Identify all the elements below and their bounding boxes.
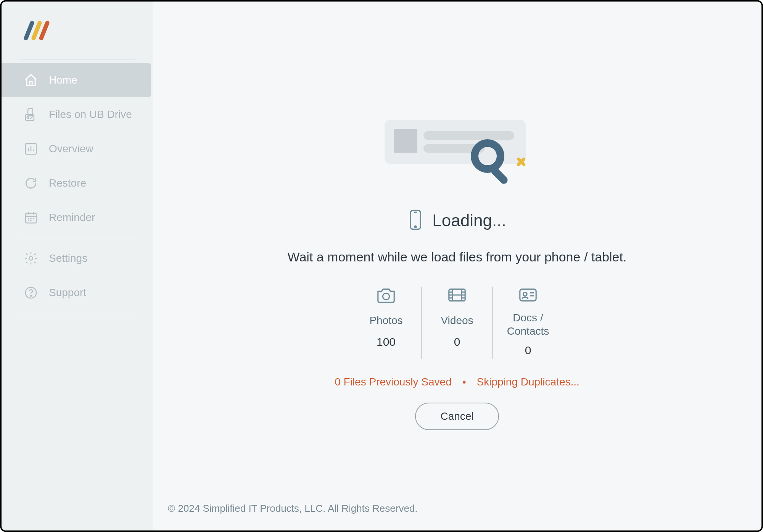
sidebar-item-home[interactable]: Home (2, 63, 151, 97)
sidebar-item-label: Reminder (49, 211, 95, 224)
help-icon (24, 285, 38, 300)
svg-point-2 (27, 117, 29, 119)
loading-row: Loading... (408, 209, 506, 232)
stat-value: 100 (377, 335, 396, 348)
svg-point-16 (383, 293, 389, 300)
loading-subtitle: Wait a moment while we load files from y… (288, 250, 627, 264)
sidebar-item-files[interactable]: Files on UB Drive (2, 97, 153, 132)
status-separator: • (462, 376, 466, 388)
gear-icon (24, 251, 38, 266)
camera-icon (376, 287, 396, 305)
sidebar-item-label: Overview (49, 143, 93, 155)
stat-divider (421, 287, 422, 359)
svg-point-19 (523, 292, 527, 296)
svg-rect-10 (423, 131, 514, 140)
sidebar: Home Files on UB Drive Overview Restore (2, 2, 153, 530)
stat-label: Photos (369, 311, 402, 329)
sidebar-item-support[interactable]: Support (2, 276, 153, 310)
stat-label: Docs / Contacts (499, 311, 557, 338)
svg-rect-13 (490, 166, 509, 185)
svg-rect-4 (26, 213, 37, 223)
status-skipping: Skipping Duplicates... (477, 376, 579, 388)
sidebar-item-label: Home (49, 74, 77, 86)
sidebar-item-reminder[interactable]: Reminder (2, 200, 153, 235)
drive-icon (24, 107, 38, 122)
refresh-icon (24, 176, 38, 190)
phone-icon (408, 209, 423, 232)
svg-point-7 (31, 295, 32, 297)
status-prev-saved: 0 Files Previously Saved (335, 376, 452, 388)
status-line: 0 Files Previously Saved • Skipping Dupl… (335, 376, 579, 388)
stat-divider (492, 287, 493, 359)
stat-docs: Docs / Contacts 0 (494, 287, 562, 359)
film-icon (447, 287, 467, 305)
cancel-button[interactable]: Cancel (415, 403, 499, 430)
nav-group-secondary: Settings Support (2, 238, 153, 313)
sidebar-divider (19, 313, 135, 313)
chart-icon (24, 142, 38, 156)
sidebar-item-settings[interactable]: Settings (2, 241, 153, 276)
svg-point-15 (415, 226, 416, 227)
stat-value: 0 (454, 335, 460, 348)
app-logo (24, 21, 153, 42)
sidebar-item-label: Files on UB Drive (49, 108, 132, 121)
sidebar-item-label: Restore (49, 177, 86, 189)
stat-photos: Photos 100 (353, 287, 420, 359)
stat-value: 0 (525, 344, 531, 357)
sidebar-item-label: Settings (49, 252, 87, 264)
calendar-icon (24, 210, 38, 225)
svg-rect-9 (394, 129, 417, 153)
app-window: Home Files on UB Drive Overview Restore (0, 0, 763, 532)
sidebar-item-label: Support (49, 287, 86, 299)
stat-videos: Videos 0 (423, 287, 491, 359)
stats-row: Photos 100 Videos 0 Docs / Contacts 0 (353, 287, 562, 359)
sidebar-item-restore[interactable]: Restore (2, 166, 153, 200)
sidebar-item-overview[interactable]: Overview (2, 132, 153, 166)
svg-point-5 (29, 256, 33, 260)
home-icon (24, 73, 38, 87)
contact-card-icon (518, 287, 538, 305)
nav-group-main: Home Files on UB Drive Overview Restore (2, 60, 153, 238)
loading-title: Loading... (432, 211, 506, 230)
svg-rect-18 (520, 289, 536, 301)
footer-copyright: © 2024 Simplified IT Products, LLC. All … (168, 503, 418, 514)
stat-label: Videos (441, 311, 473, 329)
main-content: Loading... Wait a moment while we load f… (153, 2, 761, 530)
loading-illustration (377, 112, 537, 190)
